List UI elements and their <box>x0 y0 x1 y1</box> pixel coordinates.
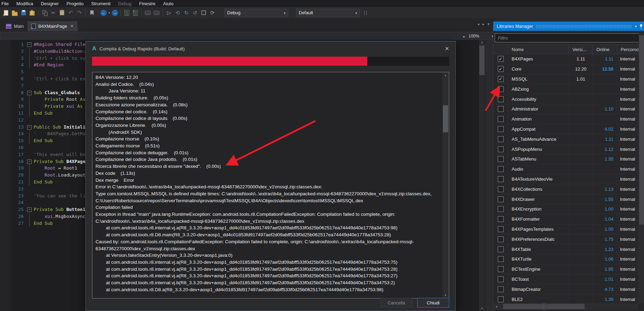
menu-modifica[interactable]: Modifica <box>13 1 37 7</box>
package-icon[interactable] <box>28 9 36 17</box>
bookmark-icon[interactable] <box>88 9 96 17</box>
library-checkbox[interactable] <box>498 166 504 172</box>
build-config-combobox[interactable]: Default <box>296 9 360 17</box>
tab-scroll-right-icon[interactable] <box>482 22 485 26</box>
comment-list-icon[interactable] <box>131 9 139 17</box>
library-checkbox[interactable] <box>498 156 504 162</box>
scrollbar-thumb[interactable] <box>503 304 585 309</box>
module-combobox[interactable] <box>0 32 467 40</box>
column-header-percorso[interactable]: Percorso <box>617 45 639 54</box>
restart-debug-icon[interactable] <box>208 9 216 17</box>
library-row[interactable]: B4XPages1.111.11Internal <box>493 54 639 64</box>
library-row[interactable]: ABZxingInternal <box>493 84 639 94</box>
paste-icon[interactable] <box>58 9 66 17</box>
compile-log[interactable]: B4A Versione: 12.20Analisi del Codice. (… <box>92 72 449 298</box>
close-tab-icon[interactable] <box>70 24 73 28</box>
library-checkbox[interactable] <box>498 96 504 102</box>
close-button[interactable]: Chiudi <box>417 298 449 308</box>
library-checkbox[interactable] <box>498 266 504 272</box>
menu-file[interactable]: File <box>0 1 13 7</box>
library-checkbox[interactable] <box>498 206 504 212</box>
panel-vertical-scrollbar[interactable] <box>639 33 644 303</box>
library-row[interactable]: B4XTable1.23Internal <box>493 244 639 254</box>
library-checkbox[interactable] <box>498 246 504 252</box>
library-checkbox[interactable] <box>498 276 504 282</box>
filter-input[interactable] <box>495 33 643 42</box>
column-header-nome[interactable]: Nome <box>508 45 569 54</box>
fold-toggle-icon[interactable] <box>27 159 32 164</box>
library-row[interactable]: ASPopupMenu1.12Internal <box>493 144 639 154</box>
panel-horizontal-scrollbar[interactable] <box>493 303 639 310</box>
column-header-versione[interactable]: Versi... <box>569 45 593 54</box>
library-row[interactable]: BLE21.39Internal <box>493 294 639 304</box>
panel-title-bar[interactable]: Libraries Manager <box>493 22 644 31</box>
library-checkbox[interactable] <box>498 86 504 92</box>
library-row[interactable]: AccessibilityInternal <box>493 94 639 104</box>
library-row[interactable]: B4XPreferencesDialc1.75Internal <box>493 234 639 244</box>
toolbar-grip[interactable] <box>364 11 367 15</box>
scroll-down-icon[interactable] <box>479 306 485 311</box>
back-caret-icon[interactable] <box>107 9 111 17</box>
scrollbar-thumb[interactable] <box>443 105 448 132</box>
library-row[interactable]: MSSQL1.01Internal <box>493 74 639 84</box>
forward-icon[interactable] <box>112 10 118 16</box>
fold-toggle-icon[interactable] <box>27 207 32 212</box>
library-checkbox[interactable] <box>498 216 504 222</box>
menu-designer[interactable]: Designer <box>37 1 63 7</box>
resume-debug-icon[interactable] <box>191 9 199 17</box>
library-checkbox[interactable] <box>498 176 504 182</box>
library-checkbox[interactable] <box>498 126 504 132</box>
log-vertical-scrollbar[interactable] <box>443 73 448 298</box>
close-icon[interactable] <box>445 46 449 52</box>
library-row[interactable]: AudioInternal <box>493 164 639 174</box>
tab-scroll-left-icon[interactable] <box>477 22 479 26</box>
scrollbar-thumb[interactable] <box>639 35 644 224</box>
library-checkbox[interactable] <box>498 76 504 82</box>
library-row[interactable]: B4XEncryption1.00Internal <box>493 204 639 214</box>
library-checkbox[interactable] <box>498 256 504 262</box>
fold-toggle-icon[interactable] <box>27 42 32 47</box>
library-row[interactable]: AnimationInternal <box>493 114 639 124</box>
column-header-check[interactable] <box>493 45 508 54</box>
editor-vertical-scrollbar[interactable] <box>479 40 485 311</box>
library-row[interactable]: B4XCollections1.13Internal <box>493 184 639 194</box>
build-mode-combobox[interactable]: Debug <box>224 9 288 17</box>
menu-strumenti[interactable]: Strumenti <box>88 1 115 7</box>
scroll-down-icon[interactable] <box>443 293 448 298</box>
library-row[interactable]: BCToast1.01Internal <box>493 275 639 285</box>
library-row[interactable]: B4XDrawer1.55Internal <box>493 194 639 204</box>
open-project-icon[interactable] <box>11 9 19 17</box>
fold-toggle-icon[interactable] <box>27 91 32 95</box>
library-checkbox[interactable] <box>498 136 504 142</box>
tab-main[interactable]: Main <box>2 21 27 31</box>
library-checkbox[interactable] <box>498 56 504 62</box>
scroll-up-icon[interactable] <box>443 73 448 78</box>
library-row[interactable]: B4ATextureVideoVieInternal <box>493 174 639 185</box>
library-checkbox[interactable] <box>498 196 504 202</box>
save-icon[interactable] <box>19 9 27 17</box>
fold-toggle-icon[interactable] <box>27 125 32 130</box>
library-row[interactable]: B4XTurtle1.06Internal <box>493 254 639 264</box>
menu-finestre[interactable]: Finestre <box>135 1 159 7</box>
menu-debug[interactable]: Debug <box>114 1 135 7</box>
library-checkbox[interactable] <box>498 106 504 112</box>
library-row[interactable]: Core12.2012.50Internal <box>493 64 639 74</box>
prev-module-icon[interactable] <box>144 9 152 17</box>
scroll-up-icon[interactable] <box>479 40 485 45</box>
library-row[interactable]: Administrator1.10Internal <box>493 104 639 114</box>
library-checkbox[interactable] <box>498 236 504 242</box>
library-row[interactable]: BCTextEngine1.95Internal <box>493 264 639 275</box>
next-module-icon[interactable] <box>152 9 160 17</box>
library-checkbox[interactable] <box>498 286 504 292</box>
scroll-left-icon[interactable] <box>494 303 499 310</box>
column-header-online[interactable]: Online <box>593 45 617 54</box>
zoom-combobox[interactable]: 100% <box>466 32 496 40</box>
new-project-icon[interactable] <box>2 9 10 17</box>
library-row[interactable]: AS_TabMenuAdvance1.11Internal <box>493 134 639 144</box>
cut-icon[interactable] <box>49 9 57 17</box>
cancel-button[interactable]: Cancella <box>380 298 412 308</box>
pin-icon[interactable] <box>639 24 643 29</box>
library-checkbox[interactable] <box>498 146 504 152</box>
run-icon[interactable] <box>165 9 173 17</box>
library-row[interactable]: B4XFormatter1.04Internal <box>493 214 639 224</box>
